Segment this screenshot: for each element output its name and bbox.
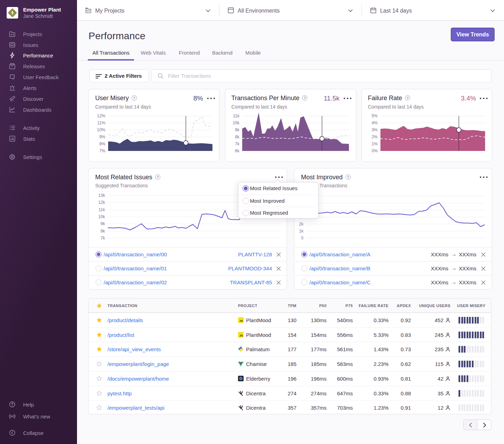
svg-text:7k: 7k	[100, 236, 105, 241]
svg-text:11%: 11%	[97, 120, 105, 125]
svg-text:7k: 7k	[235, 141, 240, 146]
svg-text:11k: 11k	[233, 113, 240, 118]
svg-text:JS: JS	[239, 319, 243, 322]
svg-text:8k: 8k	[235, 134, 240, 139]
svg-text:JS: JS	[239, 334, 243, 337]
svg-text:9%: 9%	[99, 134, 106, 139]
svg-text:1k: 1k	[299, 229, 304, 234]
svg-text:11k: 11k	[99, 207, 105, 212]
svg-text:5%: 5%	[372, 113, 378, 118]
svg-text:2k: 2k	[299, 222, 304, 227]
svg-text:9k: 9k	[100, 221, 105, 226]
svg-text:8%: 8%	[99, 141, 106, 146]
svg-text:1%: 1%	[372, 141, 378, 146]
svg-text:0%: 0%	[372, 148, 378, 153]
svg-text:2%: 2%	[372, 134, 378, 139]
svg-text:7%: 7%	[99, 148, 106, 153]
svg-text:0: 0	[301, 236, 303, 241]
svg-text:4%: 4%	[372, 120, 378, 125]
svg-text:13k: 13k	[98, 193, 105, 198]
svg-text:3%: 3%	[372, 127, 378, 132]
svg-text:8k: 8k	[100, 229, 105, 234]
svg-text:10k: 10k	[98, 214, 105, 219]
svg-text:10%: 10%	[97, 127, 105, 132]
svg-text:10k: 10k	[233, 120, 240, 125]
svg-text:12k: 12k	[98, 200, 105, 205]
svg-text:12%: 12%	[97, 113, 105, 118]
svg-text:6k: 6k	[235, 148, 240, 153]
svg-text:9k: 9k	[235, 127, 240, 132]
